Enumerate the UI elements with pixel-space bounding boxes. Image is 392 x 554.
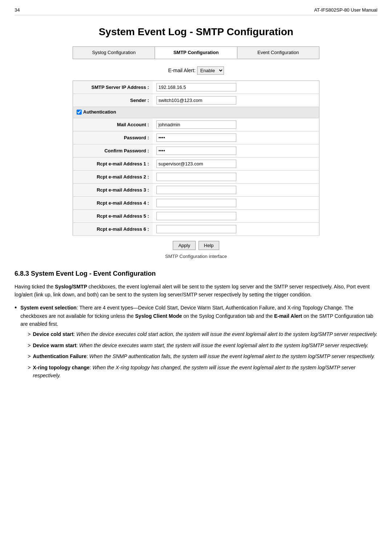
arrow-icon: > bbox=[28, 330, 30, 338]
bullet-dot: • bbox=[15, 304, 17, 312]
tab-smtp-configuration[interactable]: SMTP Configuration bbox=[155, 47, 237, 59]
password-input[interactable] bbox=[156, 134, 236, 142]
rcpt5-input[interactable] bbox=[156, 212, 236, 220]
confirm-password-cell bbox=[153, 144, 319, 157]
sub-item-warm-start-text: Device warm start: When the device execu… bbox=[33, 341, 368, 349]
rcpt2-label: Rcpt e-mail Address 2 : bbox=[73, 170, 153, 183]
tab-syslog-configuration[interactable]: Syslog Configuration bbox=[73, 47, 155, 59]
confirm-password-row: Confirm Password : bbox=[73, 144, 319, 157]
rcpt3-cell bbox=[153, 183, 319, 196]
email-alert-select[interactable]: Enable Disable bbox=[197, 66, 224, 75]
rcpt2-input[interactable] bbox=[156, 173, 236, 181]
rcpt1-label: Rcpt e-mail Address 1 : bbox=[73, 157, 153, 170]
rcpt3-label: Rcpt e-mail Address 3 : bbox=[73, 183, 153, 196]
manual-title: AT-IFS802SP-80 User Manual bbox=[314, 7, 377, 13]
rcpt3-input[interactable] bbox=[156, 186, 236, 194]
password-cell bbox=[153, 131, 319, 144]
apply-button[interactable]: Apply bbox=[173, 241, 196, 250]
rcpt4-label: Rcpt e-mail Address 4 : bbox=[73, 196, 153, 209]
help-button[interactable]: Help bbox=[199, 241, 219, 250]
rcpt5-label: Rcpt e-mail Address 5 : bbox=[73, 209, 153, 222]
password-label: Password : bbox=[73, 131, 153, 144]
system-event-text: System event selection: There are 4 even… bbox=[20, 304, 377, 382]
sender-cell bbox=[153, 94, 319, 107]
auth-checkbox-label[interactable]: Authentication bbox=[77, 109, 116, 115]
auth-row: Authentication bbox=[73, 107, 319, 118]
rcpt2-row: Rcpt e-mail Address 2 : bbox=[73, 170, 319, 183]
sender-input[interactable] bbox=[156, 96, 236, 104]
section-heading: 6.8.3 System Event Log - Event Configura… bbox=[15, 270, 377, 278]
page-header: 34 AT-IFS802SP-80 User Manual bbox=[15, 7, 377, 15]
arrow-icon: > bbox=[28, 352, 30, 360]
bullet-list: • System event selection: There are 4 ev… bbox=[15, 304, 377, 382]
password-row: Password : bbox=[73, 131, 319, 144]
rcpt4-row: Rcpt e-mail Address 4 : bbox=[73, 196, 319, 209]
rcpt6-row: Rcpt e-mail Address 6 : bbox=[73, 222, 319, 235]
page-title: System Event Log - SMTP Configuration bbox=[15, 26, 377, 38]
intro-paragraph: Having ticked the Syslog/SMTP checkboxes… bbox=[15, 283, 377, 299]
sub-list: > Device cold start: When the device exe… bbox=[20, 330, 377, 379]
rcpt6-cell bbox=[153, 222, 319, 235]
smtp-server-ip-input[interactable] bbox=[156, 83, 236, 91]
smtp-server-ip-cell bbox=[153, 81, 319, 94]
sub-item-xring-text: X-ring topology change: When the X-ring … bbox=[33, 364, 378, 380]
smtp-server-ip-label: SMTP Server IP Address : bbox=[73, 81, 153, 94]
rcpt5-cell bbox=[153, 209, 319, 222]
mail-account-input[interactable] bbox=[156, 120, 236, 129]
rcpt6-label: Rcpt e-mail Address 6 : bbox=[73, 222, 153, 235]
tab-event-configuration[interactable]: Event Configuration bbox=[237, 47, 319, 59]
rcpt2-cell bbox=[153, 170, 319, 183]
rcpt6-input[interactable] bbox=[156, 225, 236, 233]
rcpt4-input[interactable] bbox=[156, 199, 236, 207]
auth-label-cell: Authentication bbox=[73, 107, 319, 118]
arrow-icon: > bbox=[28, 341, 30, 349]
rcpt3-row: Rcpt e-mail Address 3 : bbox=[73, 183, 319, 196]
rcpt1-cell bbox=[153, 157, 319, 170]
page-number: 34 bbox=[15, 7, 20, 13]
confirm-password-input[interactable] bbox=[156, 147, 236, 155]
sender-row: Sender : bbox=[73, 94, 319, 107]
auth-checkbox[interactable] bbox=[77, 110, 82, 115]
sub-item-cold-start-text: Device cold start: When the device execu… bbox=[33, 330, 377, 338]
mail-account-label: Mail Account : bbox=[73, 118, 153, 131]
sub-item-auth-failure-text: Authentication Failure: When the SNMP au… bbox=[33, 352, 375, 360]
auth-label-text: Authentication bbox=[83, 109, 116, 115]
arrow-icon: > bbox=[28, 364, 30, 372]
system-event-selection-item: • System event selection: There are 4 ev… bbox=[15, 304, 377, 382]
confirm-password-label: Confirm Password : bbox=[73, 144, 153, 157]
table-caption: SMTP Configuration interface bbox=[15, 254, 377, 259]
smtp-server-ip-row: SMTP Server IP Address : bbox=[73, 81, 319, 94]
tab-bar: Syslog Configuration SMTP Configuration … bbox=[73, 46, 319, 59]
rcpt5-row: Rcpt e-mail Address 5 : bbox=[73, 209, 319, 222]
email-alert-row: E-mail Alert: Enable Disable bbox=[15, 66, 377, 75]
mail-account-cell bbox=[153, 118, 319, 131]
mail-account-row: Mail Account : bbox=[73, 118, 319, 131]
sub-item-cold-start: > Device cold start: When the device exe… bbox=[28, 330, 377, 338]
smtp-config-table: SMTP Server IP Address : Sender : Authen… bbox=[73, 81, 319, 236]
rcpt4-cell bbox=[153, 196, 319, 209]
email-alert-label: E-mail Alert: bbox=[168, 67, 195, 73]
sub-item-auth-failure: > Authentication Failure: When the SNMP … bbox=[28, 352, 377, 360]
rcpt1-row: Rcpt e-mail Address 1 : bbox=[73, 157, 319, 170]
rcpt1-input[interactable] bbox=[156, 160, 236, 168]
sub-item-warm-start: > Device warm start: When the device exe… bbox=[28, 341, 377, 349]
button-row: Apply Help bbox=[15, 241, 377, 250]
sub-item-xring: > X-ring topology change: When the X-rin… bbox=[28, 364, 377, 380]
sender-label: Sender : bbox=[73, 94, 153, 107]
